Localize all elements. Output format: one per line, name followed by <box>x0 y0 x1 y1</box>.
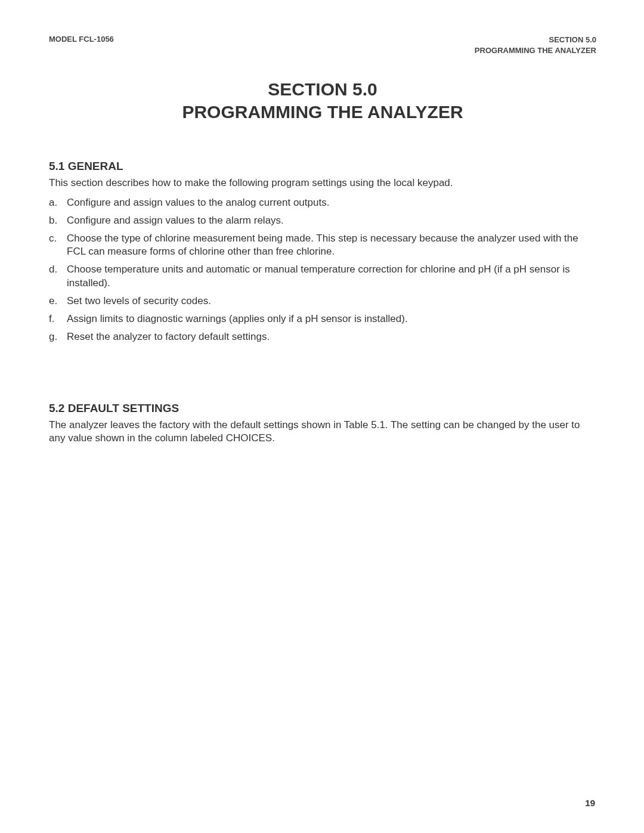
section-title-line2: PROGRAMMING THE ANALYZER <box>49 101 596 123</box>
header-model: MODEL FCL-1056 <box>49 35 114 44</box>
list-text: Choose the type of chlorine measurement … <box>67 232 596 258</box>
section-title-line1: SECTION 5.0 <box>49 78 596 101</box>
list-item: e. Set two levels of security codes. <box>49 295 596 308</box>
section-title: SECTION 5.0 PROGRAMMING THE ANALYZER <box>49 78 596 123</box>
subsection-5-2-body: The analyzer leaves the factory with the… <box>49 419 596 445</box>
list-marker: c. <box>49 232 67 258</box>
list-text: Assign limits to diagnostic warnings (ap… <box>67 312 596 326</box>
header-section: SECTION 5.0 PROGRAMMING THE ANALYZER <box>475 35 596 55</box>
list-text: Set two levels of security codes. <box>67 295 596 308</box>
list-marker: d. <box>49 263 67 289</box>
subsection-5-1-list: a. Configure and assign values to the an… <box>49 196 596 343</box>
list-marker: a. <box>49 196 67 209</box>
list-item: f. Assign limits to diagnostic warnings … <box>49 312 596 326</box>
list-item: d. Choose temperature units and automati… <box>49 263 596 289</box>
section-5-1: 5.1 GENERAL This section describes how t… <box>49 160 596 343</box>
subsection-5-1-heading: 5.1 GENERAL <box>49 160 596 173</box>
list-marker: e. <box>49 295 67 308</box>
subsection-5-2-heading: 5.2 DEFAULT SETTINGS <box>49 402 596 415</box>
list-text: Reset the analyzer to factory default se… <box>67 330 596 343</box>
page-header: MODEL FCL-1056 SECTION 5.0 PROGRAMMING T… <box>49 35 596 55</box>
header-section-line2: PROGRAMMING THE ANALYZER <box>475 45 596 56</box>
list-text: Configure and assign values to the analo… <box>67 196 596 209</box>
document-page: MODEL FCL-1056 SECTION 5.0 PROGRAMMING T… <box>0 0 644 469</box>
list-marker: b. <box>49 214 67 227</box>
page-number: 19 <box>585 798 595 808</box>
list-item: a. Configure and assign values to the an… <box>49 196 596 209</box>
list-text: Configure and assign values to the alarm… <box>67 214 596 227</box>
header-section-line1: SECTION 5.0 <box>475 35 596 45</box>
list-item: c. Choose the type of chlorine measureme… <box>49 232 596 258</box>
list-text: Choose temperature units and automatic o… <box>67 263 596 289</box>
list-marker: f. <box>49 312 67 326</box>
list-item: b. Configure and assign values to the al… <box>49 214 596 227</box>
list-marker: g. <box>49 330 67 343</box>
section-5-2: 5.2 DEFAULT SETTINGS The analyzer leaves… <box>49 402 596 445</box>
subsection-5-1-intro: This section describes how to make the f… <box>49 176 596 190</box>
list-item: g. Reset the analyzer to factory default… <box>49 330 596 343</box>
